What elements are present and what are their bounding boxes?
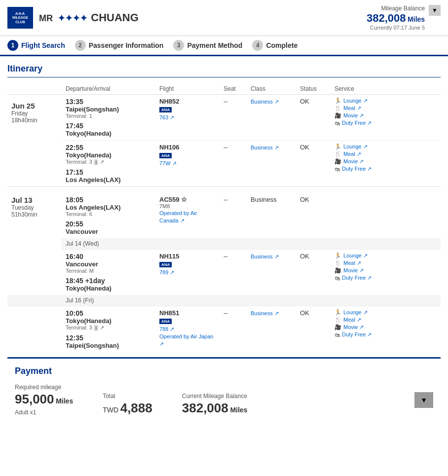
ana-logo: ANA MILEAGE CLUB [7,7,33,29]
total-amount: Total TWD 4,888 [103,393,152,416]
flight5-info: NH851 ANA 788 ↗ Operated by Air Japan ↗ [155,306,220,353]
mileage-date: Currently 07:17 June 5 [367,25,425,31]
step-3-num: 3 [173,40,184,51]
service-movie-5: 🎥Movie ↗ [335,324,437,330]
payment-dropdown-button[interactable]: ▼ [414,392,433,408]
flight3-seat: -- [220,193,247,238]
date-cell-jun25: Jun 25 Friday 18h40min [7,95,62,187]
balance-unit: Miles [230,406,247,414]
itinerary-section: Itinerary Departure/Arrival Flight Seat … [7,64,441,352]
flight2-stations: 22:55 Tokyo(Haneda) Terminal: 3 ℹ ↗ 17:1… [62,141,155,187]
payment-section: Payment Required mileage 95,000 Miles Ad… [7,357,441,423]
user-title: MR [39,13,53,23]
flight4-stations: 16:40 Vancouver Terminal: M 18:45 +1day … [62,250,155,295]
operated-by-air-canada[interactable]: Operated by Air Canada ↗ [159,210,197,223]
step-4-label: Complete [266,41,298,49]
user-name: CHUANG [91,11,139,24]
flight4-status: OK [296,250,331,295]
step-2-num: 2 [75,40,86,51]
step-4-num: 4 [252,40,263,51]
service-dutyfree-2: 🛍Duty Free ↗ [335,166,437,172]
aircraft-link-763[interactable]: 763 ↗ [159,114,174,120]
step-3[interactable]: 3 Payment Method [173,40,242,51]
flight1-info: NH852 ANA 763 ↗ [155,95,220,141]
operated-by-air-japan[interactable]: Operated by Air Japan ↗ [159,333,213,347]
adult-note: Adult x1 [15,409,73,416]
balance-value: 382,008 [182,401,228,415]
flight2-info: NH106 ANA 77W ↗ [155,141,220,187]
flight4-seat: -- [220,250,247,295]
step-1[interactable]: 1 Flight Search [7,40,65,51]
service-dutyfree-5: 🛍Duty Free ↗ [335,331,437,338]
flight2-class: Business ↗ [247,141,296,187]
mileage-info: Mileage Balance 382,008 Miles Currently … [367,5,425,31]
flight1-class: Business ↗ [247,95,296,141]
aircraft-link-789[interactable]: 789 ↗ [159,269,174,275]
flight2-status: OK [296,141,331,187]
aircraft-link-77w[interactable]: 77W ↗ [159,160,177,166]
mileage-balance-value: 382,008 [367,12,406,24]
service-lounge: 🏃Lounge ↗ [335,98,437,104]
payment-title: Payment [15,366,433,376]
flight3-status: OK [296,193,331,238]
mileage-balance-label: Mileage Balance [367,5,425,12]
flight5-stations: 10:05 Tokyo(Haneda) Terminal: 3 ℹ ↗ 12:3… [62,306,155,353]
flight1-status: OK [296,95,331,141]
table-header-row: Departure/Arrival Flight Seat Class Stat… [7,83,441,95]
flight3-info: AC559 ☆ 7M8 Operated by Air Canada ↗ [155,193,220,238]
header-dropdown-button[interactable]: ▼ [429,5,441,16]
service-dutyfree: 🛍Duty Free ↗ [335,120,437,126]
total-currency: TWD [103,406,118,414]
current-balance: Current Mileage Balance 382,008 Miles [182,393,248,416]
flight3-service [331,193,441,238]
service-dutyfree-4: 🛍Duty Free ↗ [335,275,437,281]
step-1-num: 1 [7,40,18,51]
step-2[interactable]: 2 Passenger Information [75,40,164,51]
service-lounge-5: 🏃Lounge ↗ [335,309,437,316]
date-group-jun25: Jun 25 Friday 18h40min 13:35 Taipei(Song… [7,95,441,141]
flight2-row: 22:55 Tokyo(Haneda) Terminal: 3 ℹ ↗ 17:1… [7,141,441,187]
main-content: Itinerary Departure/Arrival Flight Seat … [0,56,448,431]
col-date [7,83,62,95]
service-lounge-4: 🏃Lounge ↗ [335,253,437,259]
service-meal-2: 🍴Meal ↗ [335,151,437,157]
header: ANA MILEAGE CLUB MR ✦✦✦✦ CHUANG Mileage … [0,0,448,36]
col-departure: Departure/Arrival [62,83,155,95]
flight4-class: Business ↗ [247,250,296,295]
flight5-seat: -- [220,306,247,353]
mileage-balance-unit: Miles [408,15,425,23]
steps-nav: 1 Flight Search 2 Passenger Information … [0,36,448,56]
sub-date-jul14: Jul 14 (Wed) [7,238,441,250]
date-cell-jul13: Jul 13 Tuesday 51h30min [7,193,62,295]
itinerary-table: Departure/Arrival Flight Seat Class Stat… [7,83,441,352]
flight3-stations: 18:05 Los Angeles(LAX) Terminal: 6 20:55… [62,193,155,238]
flight1-seat: -- [220,95,247,141]
service-lounge-2: 🏃Lounge ↗ [335,144,437,150]
flight4-service: 🏃Lounge ↗ 🍴Meal ↗ 🎥Movie ↗ 🛍Duty Free ↗ [331,250,441,295]
payment-content: Required mileage 95,000 Miles Adult x1 T… [15,384,433,416]
service-movie-4: 🎥Movie ↗ [335,267,437,274]
user-name-symbols: ✦✦✦✦ [58,13,87,23]
aircraft-link-788[interactable]: 788 ↗ [159,326,174,332]
flight1-service: 🏃Lounge ↗ 🍴Meal ↗ 🎥Movie ↗ 🛍Duty Free ↗ [331,95,441,141]
required-mileage-unit: Miles [56,397,73,405]
flight5-status: OK [296,306,331,353]
step-4[interactable]: 4 Complete [252,40,298,51]
header-left: ANA MILEAGE CLUB MR ✦✦✦✦ CHUANG [7,7,139,29]
col-class: Class [247,83,296,95]
required-mileage-value: 95,000 [15,392,54,406]
required-mileage: Required mileage 95,000 Miles Adult x1 [15,384,73,416]
step-3-label: Payment Method [187,41,242,49]
service-meal-4: 🍴Meal ↗ [335,260,437,266]
spacer-row-1 [7,187,441,193]
service-meal: 🍴Meal ↗ [335,105,437,111]
date-group-jul13: Jul 13 Tuesday 51h30min 18:05 Los Angele… [7,193,441,238]
col-status: Status [296,83,331,95]
step-1-label: Flight Search [21,41,65,49]
itinerary-title: Itinerary [7,64,441,77]
app-container: ANA MILEAGE CLUB MR ✦✦✦✦ CHUANG Mileage … [0,0,448,431]
service-movie-2: 🎥Movie ↗ [335,158,437,165]
flight5-service: 🏃Lounge ↗ 🍴Meal ↗ 🎥Movie ↗ 🛍Duty Free ↗ [331,306,441,353]
col-flight: Flight [155,83,220,95]
service-movie: 🎥Movie ↗ [335,112,437,119]
